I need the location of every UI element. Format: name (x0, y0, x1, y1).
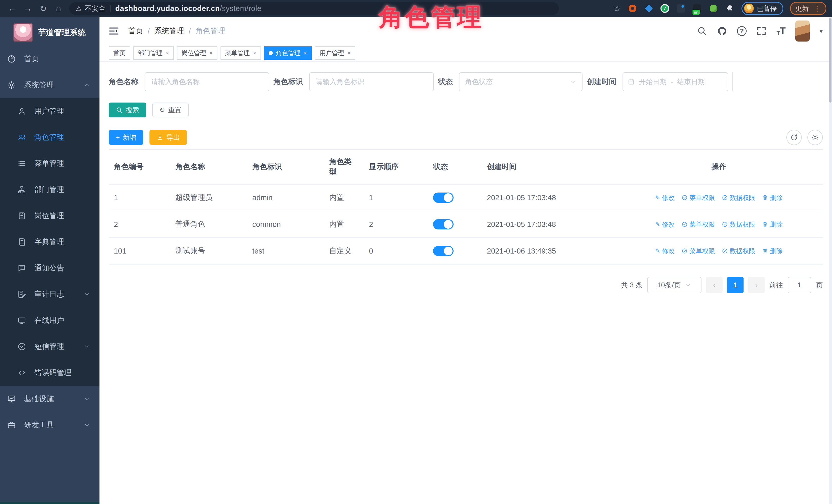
refresh-table-button[interactable] (786, 130, 802, 145)
sidebar-logo-row[interactable]: 芋道管理系统 (0, 17, 100, 46)
sidebar-item-home[interactable]: 首页 (0, 46, 100, 72)
sidebar-item-online-users[interactable]: 在线用户 (0, 308, 100, 334)
data-permission-link[interactable]: 数据权限 (722, 193, 755, 202)
close-icon[interactable]: × (253, 50, 256, 56)
sidebar-item-notice-announcement[interactable]: 通知公告 (0, 255, 100, 281)
extensions-puzzle-icon[interactable] (725, 4, 735, 13)
reset-button[interactable]: ↻ 重置 (152, 103, 189, 117)
role-key-input[interactable] (309, 72, 434, 91)
end-date-placeholder[interactable]: 结束日期 (677, 77, 705, 86)
extension-adblock-icon[interactable] (628, 4, 638, 13)
menu-permission-link[interactable]: 菜单权限 (681, 247, 715, 255)
status-toggle[interactable] (433, 246, 453, 256)
role-name-input[interactable] (145, 72, 269, 91)
sidebar-item-dev-tools[interactable]: 研发工具 (0, 412, 100, 438)
extension-gem-icon[interactable] (644, 4, 654, 13)
page-size-select[interactable]: 10条/页 (647, 277, 702, 293)
menu-permission-link[interactable]: 菜单权限 (681, 193, 715, 202)
breadcrumb-system-management[interactable]: 系统管理 (154, 26, 184, 36)
close-icon[interactable]: × (209, 50, 213, 56)
status-select[interactable]: 角色状态 (459, 72, 582, 91)
trash-icon (762, 248, 768, 254)
tag-post-management[interactable]: 岗位管理× (177, 46, 217, 60)
edit-link[interactable]: ✎修改 (655, 247, 675, 255)
browser-profile-paused-pill[interactable]: 已暂停 (742, 2, 783, 15)
goto-page-input[interactable] (788, 277, 811, 293)
sidebar-item-error-code-management[interactable]: 错误码管理 (0, 360, 100, 386)
browser-home-button[interactable]: ⌂ (52, 4, 65, 13)
role-key-label: 角色标识 (273, 77, 303, 87)
browser-forward-button[interactable]: → (21, 4, 34, 13)
sidebar-item-audit-log[interactable]: 审计日志 (0, 281, 100, 308)
sidebar-item-label: 菜单管理 (34, 158, 64, 169)
data-permission-link[interactable]: 数据权限 (722, 220, 755, 229)
sidebar-item-dict-management[interactable]: 字典管理 (0, 229, 100, 255)
sidebar-item-infrastructure[interactable]: 基础设施 (0, 386, 100, 412)
extension-green-icon[interactable]: 7 (660, 4, 669, 13)
extension-monkey-icon[interactable] (709, 4, 719, 13)
edit-link[interactable]: ✎修改 (655, 193, 675, 202)
data-permission-link[interactable]: 数据权限 (722, 247, 755, 255)
tag-role-management[interactable]: 角色管理× (264, 46, 312, 60)
tag-department-management[interactable]: 部门管理× (133, 46, 174, 60)
sidebar-item-role-management[interactable]: 角色管理 (0, 124, 100, 151)
extension-tampermonkey-icon[interactable]: on (692, 4, 702, 13)
browser-back-button[interactable]: ← (6, 4, 19, 13)
close-icon[interactable]: × (166, 50, 169, 56)
check-circle-icon (681, 221, 688, 228)
close-icon[interactable]: × (347, 50, 351, 56)
delete-link[interactable]: 删除 (762, 193, 783, 202)
tag-menu-management[interactable]: 菜单管理× (220, 46, 261, 60)
sidebar-item-post-management[interactable]: 岗位管理 (0, 203, 100, 229)
chevron-down-icon (84, 343, 90, 350)
prev-page-button[interactable]: ‹ (706, 277, 723, 293)
edit-link[interactable]: ✎修改 (655, 220, 675, 229)
sidebar-collapse-icon[interactable] (109, 27, 119, 35)
tag-user-management[interactable]: 用户管理× (315, 46, 355, 60)
delete-link[interactable]: 删除 (762, 247, 783, 255)
browser-update-pill[interactable]: 更新 ⋮ (790, 2, 826, 15)
date-range-picker[interactable]: 开始日期 - 结束日期 (623, 72, 728, 91)
sidebar-item-system-management[interactable]: 系统管理 (0, 72, 100, 98)
chevron-down-icon (685, 282, 692, 288)
refresh-icon (790, 134, 798, 141)
sidebar-item-sms-management[interactable]: 短信管理 (0, 334, 100, 360)
search-button[interactable]: 搜索 (109, 103, 146, 117)
export-button[interactable]: 导出 (150, 130, 187, 145)
address-bar[interactable]: ⚠ 不安全 dashboard.yudao.iocoder.cn/system/… (69, 2, 559, 15)
font-size-icon[interactable]: TT (776, 26, 785, 36)
breadcrumb-home[interactable]: 首页 (128, 26, 143, 36)
active-tag-dot (269, 51, 273, 55)
next-page-button[interactable]: › (748, 277, 764, 293)
browser-reload-button[interactable]: ↻ (36, 4, 50, 14)
delete-link[interactable]: 删除 (762, 220, 783, 229)
sidebar-item-label: 错误码管理 (34, 368, 72, 378)
extension-grid-icon[interactable] (676, 4, 685, 13)
tag-home[interactable]: 首页 (109, 46, 130, 60)
pencil-icon: ✎ (655, 195, 660, 201)
menu-permission-link[interactable]: 菜单权限 (681, 220, 715, 229)
system-management-submenu: 用户管理 角色管理 菜单管理 部门管理 岗位管理 字典管理 (0, 98, 100, 386)
avatar-caret-down-icon[interactable]: ▾ (820, 27, 823, 35)
scrollbar-thumb[interactable] (829, 18, 831, 103)
start-date-placeholder[interactable]: 开始日期 (639, 77, 667, 86)
plus-icon: + (116, 134, 120, 141)
status-toggle[interactable] (433, 219, 453, 230)
help-icon[interactable]: ? (737, 26, 747, 36)
dashboard-icon (7, 55, 16, 63)
search-icon[interactable] (697, 26, 707, 36)
sidebar-item-department-management[interactable]: 部门管理 (0, 177, 100, 203)
bookmark-star-icon[interactable]: ☆ (613, 3, 621, 14)
column-settings-button[interactable] (807, 130, 823, 145)
close-icon[interactable]: × (304, 50, 307, 56)
github-icon[interactable] (717, 26, 727, 36)
sidebar-item-menu-management[interactable]: 菜单管理 (0, 151, 100, 177)
browser-menu-kebab-icon[interactable]: ⋮ (813, 4, 821, 13)
add-button[interactable]: + 新增 (109, 130, 143, 145)
user-avatar[interactable] (795, 21, 810, 42)
fullscreen-icon[interactable] (756, 26, 766, 36)
status-toggle[interactable] (433, 192, 453, 203)
sidebar-item-user-management[interactable]: 用户管理 (0, 98, 100, 124)
url-path: /system/role (220, 4, 261, 12)
page-number-button[interactable]: 1 (727, 277, 744, 293)
